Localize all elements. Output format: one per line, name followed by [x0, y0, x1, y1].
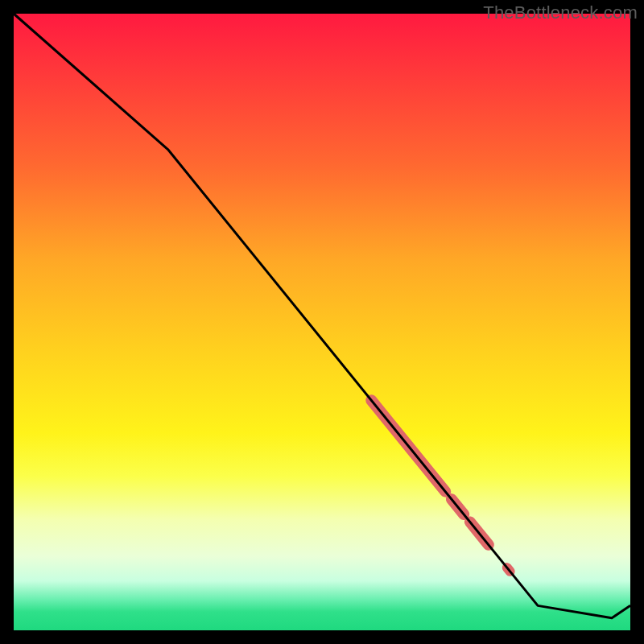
- plot-gradient-background: [14, 14, 630, 630]
- watermark: TheBottleneck.com: [483, 2, 638, 23]
